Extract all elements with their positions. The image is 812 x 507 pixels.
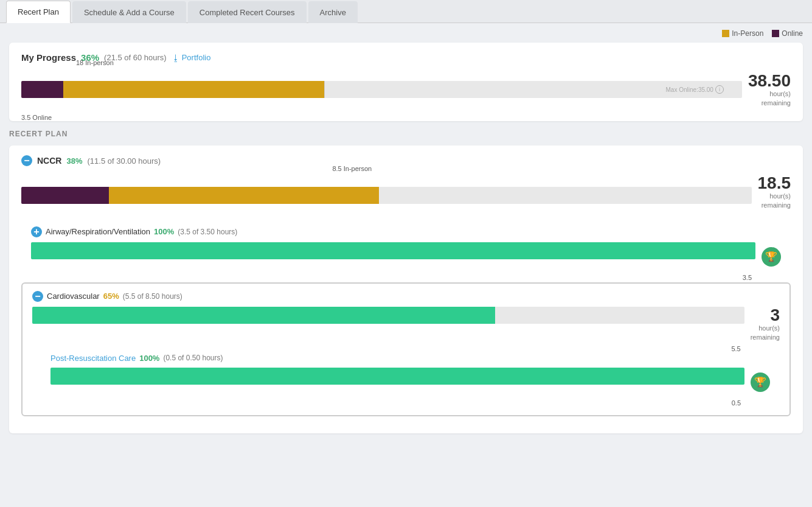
airway-sub-item: + Airway/Respiration/Ventilation 100% (3… xyxy=(21,220,791,278)
cardiovascular-header: − Cardiovascular 65% (5.5 of 8.50 hours) xyxy=(32,291,780,302)
progress-bar-track: Max Online:35.00 i xyxy=(21,81,742,98)
cardiovascular-title: Cardiovascular xyxy=(47,292,100,301)
inperson-swatch xyxy=(722,30,729,37)
progress-row: 18 In-person Max Online:35.00 i 3.5 Onli… xyxy=(21,69,791,111)
post-resuscitation-trophy: 🏆 xyxy=(751,372,770,392)
airway-title: Airway/Respiration/Ventilation xyxy=(46,227,150,236)
airway-trophy-icon: 🏆 xyxy=(762,247,781,267)
bar-label-inperson: 18 In-person xyxy=(76,59,114,66)
airway-bar-track xyxy=(31,242,755,259)
post-resuscitation-bar-row: 0.5 🏆 xyxy=(50,368,770,397)
main-content: In-Person Online My Progress 36% (21.5 o… xyxy=(0,23,812,447)
tab-recert-plan[interactable]: Recert Plan xyxy=(6,1,71,23)
cardiovascular-hours: 3 hour(s) remaining xyxy=(751,307,780,343)
hours-remaining: 38.50 hour(s) remaining xyxy=(748,69,791,111)
cardiovascular-bar-row: 5.5 3 hour(s) remaining xyxy=(32,307,780,343)
post-resuscitation-title[interactable]: Post-Resuscitation Care xyxy=(50,354,136,363)
legend-online: Online xyxy=(772,29,803,38)
hours-big: 38.50 xyxy=(748,72,791,89)
portfolio-link[interactable]: ⭳ Portfolio xyxy=(172,53,211,63)
info-icon[interactable]: i xyxy=(715,85,724,94)
max-online-label: Max Online:35.00 i xyxy=(666,85,724,94)
nccr-hours-label: hour(s) remaining xyxy=(762,192,791,211)
nccr-bar-online xyxy=(21,187,109,204)
chart-legend: In-Person Online xyxy=(9,29,803,38)
nccr-percent: 38% xyxy=(66,156,82,166)
airway-toggle-icon[interactable]: + xyxy=(31,226,42,237)
post-resuscitation-item: Post-Resuscitation Care 100% (0.5 of 0.5… xyxy=(32,348,780,403)
nccr-bar-inperson xyxy=(109,187,379,204)
bar-inperson xyxy=(63,81,324,98)
nccr-title: NCCR xyxy=(37,156,61,166)
nccr-bar-label-above: 8.5 In-person xyxy=(332,165,372,172)
cardiovascular-bar-track xyxy=(32,307,744,324)
online-swatch xyxy=(772,30,779,37)
cardiovascular-percent: 65% xyxy=(103,292,119,301)
airway-bar-fill xyxy=(31,242,755,259)
hours-label: hour(s) remaining xyxy=(762,89,791,108)
cardiovascular-hours-big: 3 xyxy=(770,307,780,324)
cardiovascular-bar-fill xyxy=(32,307,495,324)
post-resuscitation-end-label: 0.5 xyxy=(732,399,741,407)
tab-archive[interactable]: Archive xyxy=(308,1,358,23)
cardiovascular-end-label: 5.5 xyxy=(731,345,740,352)
nccr-bar-track xyxy=(21,187,752,204)
bar-divider xyxy=(324,81,325,98)
progress-header: My Progress 36% (21.5 of 60 hours) ⭳ Por… xyxy=(21,52,791,63)
airway-bar-wrapper: 3.5 xyxy=(31,242,755,271)
my-progress-card: My Progress 36% (21.5 of 60 hours) ⭳ Por… xyxy=(9,43,803,121)
bar-label-online: 3.5 Online xyxy=(21,114,52,121)
airway-detail: (3.5 of 3.50 hours) xyxy=(178,228,237,236)
tab-completed[interactable]: Completed Recert Courses xyxy=(188,1,307,23)
post-resuscitation-bar-wrapper: 0.5 xyxy=(50,368,744,397)
post-resuscitation-header: Post-Resuscitation Care 100% (0.5 of 0.5… xyxy=(50,354,770,363)
progress-bar-wrapper: 18 In-person Max Online:35.00 i 3.5 Onli… xyxy=(21,69,742,111)
section-title: RECERT PLAN xyxy=(9,130,803,138)
nccr-card: − NCCR 38% (11.5 of 30.00 hours) 8.5 In-… xyxy=(9,145,803,433)
airway-end-label: 3.5 xyxy=(743,274,752,281)
cardiovascular-detail: (5.5 of 8.50 hours) xyxy=(123,292,182,301)
post-resuscitation-bar-track xyxy=(50,368,744,385)
post-resuscitation-bar-fill xyxy=(50,368,744,385)
nccr-bar-row: 8.5 In-person 18.5 hour(s) remaining xyxy=(21,175,791,211)
nccr-detail: (11.5 of 30.00 hours) xyxy=(87,156,161,166)
post-resuscitation-detail: (0.5 of 0.50 hours) xyxy=(163,354,223,362)
cardiovascular-section: − Cardiovascular 65% (5.5 of 8.50 hours)… xyxy=(21,282,791,416)
tab-schedule-add[interactable]: Schedule & Add a Course xyxy=(72,1,186,23)
legend-inperson: In-Person xyxy=(722,29,763,38)
nccr-toggle-icon[interactable]: − xyxy=(21,155,32,166)
nccr-header: − NCCR 38% (11.5 of 30.00 hours) xyxy=(21,155,791,166)
progress-title: My Progress xyxy=(21,52,76,63)
post-resuscitation-percent: 100% xyxy=(139,354,159,363)
download-icon: ⭳ xyxy=(172,53,180,63)
bar-online xyxy=(21,81,63,98)
cardiovascular-bar-wrapper: 5.5 xyxy=(32,307,744,343)
cardio-toggle-icon[interactable]: − xyxy=(32,291,43,302)
tabs-bar: Recert Plan Schedule & Add a Course Comp… xyxy=(0,0,812,23)
cardiovascular-hours-label: hour(s) remaining xyxy=(751,324,780,343)
nccr-hours-remaining: 18.5 hour(s) remaining xyxy=(758,175,791,211)
airway-percent: 100% xyxy=(154,227,174,236)
nccr-hours-big: 18.5 xyxy=(758,175,791,192)
nccr-bar-wrapper: 8.5 In-person xyxy=(21,175,752,211)
airway-bar-row: 3.5 🏆 xyxy=(31,242,781,271)
airway-header: + Airway/Respiration/Ventilation 100% (3… xyxy=(31,226,781,237)
